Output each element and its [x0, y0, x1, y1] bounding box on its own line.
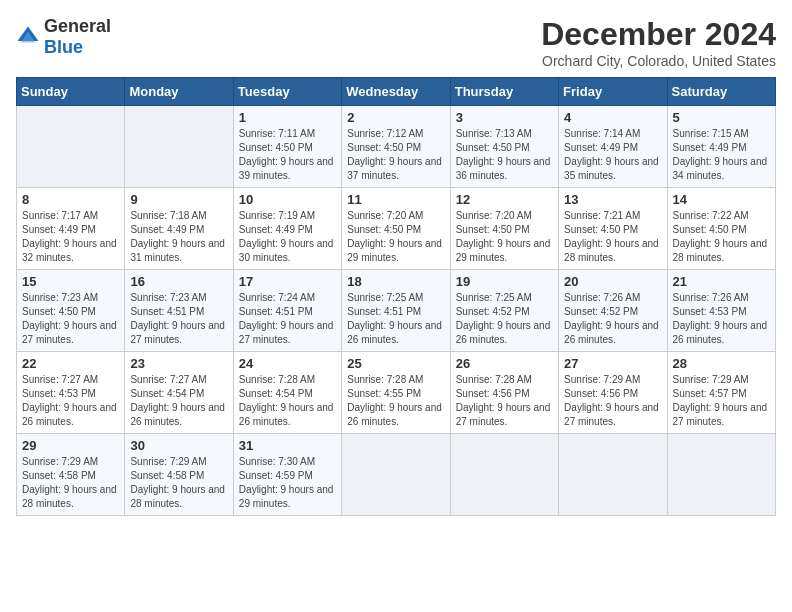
cell-content: Sunrise: 7:15 AMSunset: 4:49 PMDaylight:… — [673, 127, 770, 183]
day-number: 15 — [22, 274, 119, 289]
cell-content: Sunrise: 7:18 AMSunset: 4:49 PMDaylight:… — [130, 209, 227, 265]
day-number: 30 — [130, 438, 227, 453]
day-number: 21 — [673, 274, 770, 289]
day-number: 5 — [673, 110, 770, 125]
logo-icon — [16, 25, 40, 49]
empty-cell — [450, 434, 558, 516]
calendar-day-17: 17Sunrise: 7:24 AMSunset: 4:51 PMDayligh… — [233, 270, 341, 352]
cell-content: Sunrise: 7:29 AMSunset: 4:56 PMDaylight:… — [564, 373, 661, 429]
calendar-day-18: 18Sunrise: 7:25 AMSunset: 4:51 PMDayligh… — [342, 270, 450, 352]
cell-content: Sunrise: 7:23 AMSunset: 4:50 PMDaylight:… — [22, 291, 119, 347]
day-number: 3 — [456, 110, 553, 125]
day-number: 24 — [239, 356, 336, 371]
calendar-day-3: 3Sunrise: 7:13 AMSunset: 4:50 PMDaylight… — [450, 106, 558, 188]
calendar-day-4: 4Sunrise: 7:14 AMSunset: 4:49 PMDaylight… — [559, 106, 667, 188]
calendar-week-1: 1Sunrise: 7:11 AMSunset: 4:50 PMDaylight… — [17, 106, 776, 188]
cell-content: Sunrise: 7:13 AMSunset: 4:50 PMDaylight:… — [456, 127, 553, 183]
location-title: Orchard City, Colorado, United States — [541, 53, 776, 69]
day-number: 23 — [130, 356, 227, 371]
cell-content: Sunrise: 7:22 AMSunset: 4:50 PMDaylight:… — [673, 209, 770, 265]
calendar-week-3: 15Sunrise: 7:23 AMSunset: 4:50 PMDayligh… — [17, 270, 776, 352]
calendar-day-14: 14Sunrise: 7:22 AMSunset: 4:50 PMDayligh… — [667, 188, 775, 270]
cell-content: Sunrise: 7:21 AMSunset: 4:50 PMDaylight:… — [564, 209, 661, 265]
logo: General Blue — [16, 16, 111, 58]
calendar-day-5: 5Sunrise: 7:15 AMSunset: 4:49 PMDaylight… — [667, 106, 775, 188]
empty-cell — [667, 434, 775, 516]
day-number: 8 — [22, 192, 119, 207]
logo-blue: Blue — [44, 37, 83, 57]
calendar-day-23: 23Sunrise: 7:27 AMSunset: 4:54 PMDayligh… — [125, 352, 233, 434]
day-number: 11 — [347, 192, 444, 207]
day-number: 31 — [239, 438, 336, 453]
day-number: 22 — [22, 356, 119, 371]
day-header-thursday: Thursday — [450, 78, 558, 106]
cell-content: Sunrise: 7:25 AMSunset: 4:52 PMDaylight:… — [456, 291, 553, 347]
calendar-day-12: 12Sunrise: 7:20 AMSunset: 4:50 PMDayligh… — [450, 188, 558, 270]
empty-cell — [342, 434, 450, 516]
calendar-day-10: 10Sunrise: 7:19 AMSunset: 4:49 PMDayligh… — [233, 188, 341, 270]
cell-content: Sunrise: 7:19 AMSunset: 4:49 PMDaylight:… — [239, 209, 336, 265]
day-header-tuesday: Tuesday — [233, 78, 341, 106]
cell-content: Sunrise: 7:29 AMSunset: 4:58 PMDaylight:… — [130, 455, 227, 511]
calendar-day-24: 24Sunrise: 7:28 AMSunset: 4:54 PMDayligh… — [233, 352, 341, 434]
calendar-day-13: 13Sunrise: 7:21 AMSunset: 4:50 PMDayligh… — [559, 188, 667, 270]
cell-content: Sunrise: 7:20 AMSunset: 4:50 PMDaylight:… — [456, 209, 553, 265]
day-number: 20 — [564, 274, 661, 289]
calendar-day-2: 2Sunrise: 7:12 AMSunset: 4:50 PMDaylight… — [342, 106, 450, 188]
cell-content: Sunrise: 7:27 AMSunset: 4:54 PMDaylight:… — [130, 373, 227, 429]
cell-content: Sunrise: 7:29 AMSunset: 4:58 PMDaylight:… — [22, 455, 119, 511]
calendar-week-2: 8Sunrise: 7:17 AMSunset: 4:49 PMDaylight… — [17, 188, 776, 270]
cell-content: Sunrise: 7:25 AMSunset: 4:51 PMDaylight:… — [347, 291, 444, 347]
empty-cell — [559, 434, 667, 516]
day-number: 13 — [564, 192, 661, 207]
calendar-day-27: 27Sunrise: 7:29 AMSunset: 4:56 PMDayligh… — [559, 352, 667, 434]
cell-content: Sunrise: 7:24 AMSunset: 4:51 PMDaylight:… — [239, 291, 336, 347]
header: General Blue December 2024 Orchard City,… — [16, 16, 776, 69]
cell-content: Sunrise: 7:23 AMSunset: 4:51 PMDaylight:… — [130, 291, 227, 347]
day-number: 10 — [239, 192, 336, 207]
calendar-day-16: 16Sunrise: 7:23 AMSunset: 4:51 PMDayligh… — [125, 270, 233, 352]
cell-content: Sunrise: 7:17 AMSunset: 4:49 PMDaylight:… — [22, 209, 119, 265]
cell-content: Sunrise: 7:28 AMSunset: 4:54 PMDaylight:… — [239, 373, 336, 429]
cell-content: Sunrise: 7:12 AMSunset: 4:50 PMDaylight:… — [347, 127, 444, 183]
day-number: 4 — [564, 110, 661, 125]
day-number: 1 — [239, 110, 336, 125]
day-number: 26 — [456, 356, 553, 371]
calendar-day-8: 8Sunrise: 7:17 AMSunset: 4:49 PMDaylight… — [17, 188, 125, 270]
calendar-day-19: 19Sunrise: 7:25 AMSunset: 4:52 PMDayligh… — [450, 270, 558, 352]
calendar-table: SundayMondayTuesdayWednesdayThursdayFrid… — [16, 77, 776, 516]
month-title: December 2024 — [541, 16, 776, 53]
calendar-day-15: 15Sunrise: 7:23 AMSunset: 4:50 PMDayligh… — [17, 270, 125, 352]
empty-cell — [17, 106, 125, 188]
day-number: 18 — [347, 274, 444, 289]
cell-content: Sunrise: 7:29 AMSunset: 4:57 PMDaylight:… — [673, 373, 770, 429]
calendar-day-28: 28Sunrise: 7:29 AMSunset: 4:57 PMDayligh… — [667, 352, 775, 434]
day-header-monday: Monday — [125, 78, 233, 106]
calendar-day-11: 11Sunrise: 7:20 AMSunset: 4:50 PMDayligh… — [342, 188, 450, 270]
day-number: 29 — [22, 438, 119, 453]
day-header-sunday: Sunday — [17, 78, 125, 106]
empty-cell — [125, 106, 233, 188]
calendar-day-20: 20Sunrise: 7:26 AMSunset: 4:52 PMDayligh… — [559, 270, 667, 352]
day-header-friday: Friday — [559, 78, 667, 106]
calendar-day-26: 26Sunrise: 7:28 AMSunset: 4:56 PMDayligh… — [450, 352, 558, 434]
calendar-week-5: 29Sunrise: 7:29 AMSunset: 4:58 PMDayligh… — [17, 434, 776, 516]
cell-content: Sunrise: 7:26 AMSunset: 4:53 PMDaylight:… — [673, 291, 770, 347]
day-number: 25 — [347, 356, 444, 371]
day-number: 28 — [673, 356, 770, 371]
calendar-day-29: 29Sunrise: 7:29 AMSunset: 4:58 PMDayligh… — [17, 434, 125, 516]
title-area: December 2024 Orchard City, Colorado, Un… — [541, 16, 776, 69]
day-number: 19 — [456, 274, 553, 289]
calendar-week-4: 22Sunrise: 7:27 AMSunset: 4:53 PMDayligh… — [17, 352, 776, 434]
calendar-day-31: 31Sunrise: 7:30 AMSunset: 4:59 PMDayligh… — [233, 434, 341, 516]
day-number: 27 — [564, 356, 661, 371]
header-row: SundayMondayTuesdayWednesdayThursdayFrid… — [17, 78, 776, 106]
calendar-day-21: 21Sunrise: 7:26 AMSunset: 4:53 PMDayligh… — [667, 270, 775, 352]
cell-content: Sunrise: 7:30 AMSunset: 4:59 PMDaylight:… — [239, 455, 336, 511]
day-number: 2 — [347, 110, 444, 125]
day-number: 12 — [456, 192, 553, 207]
logo-general: General — [44, 16, 111, 36]
cell-content: Sunrise: 7:11 AMSunset: 4:50 PMDaylight:… — [239, 127, 336, 183]
cell-content: Sunrise: 7:20 AMSunset: 4:50 PMDaylight:… — [347, 209, 444, 265]
day-number: 9 — [130, 192, 227, 207]
